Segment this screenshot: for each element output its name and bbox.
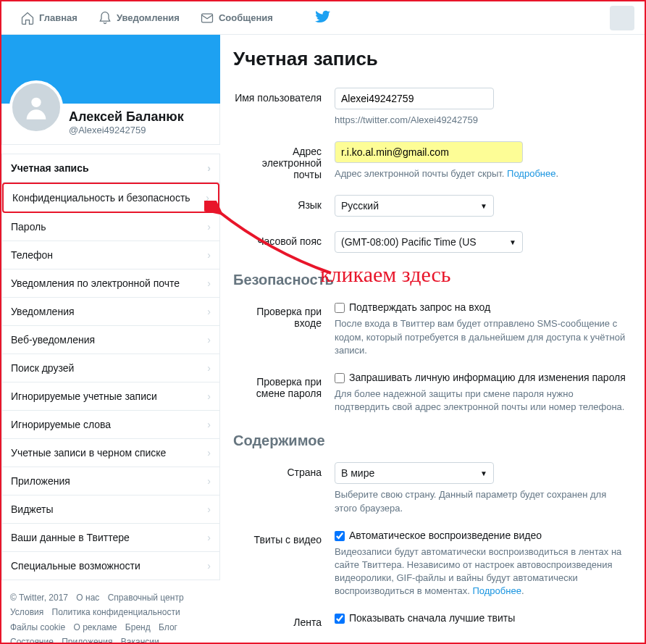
chevron-right-icon: ›: [207, 221, 211, 233]
video-autoplay-text: Автоматическое воспроизведение видео: [349, 530, 542, 541]
sidebar-item-muted-accounts[interactable]: Игнорируемые учетные записи›: [2, 382, 219, 411]
video-autoplay-checkbox[interactable]: [335, 531, 345, 541]
caret-down-icon: ▼: [480, 202, 487, 210]
home-icon: [20, 11, 35, 25]
email-help: Адрес электронной почты будет скрыт. Под…: [335, 167, 645, 180]
nav-notifications[interactable]: Уведомления: [88, 1, 190, 34]
footer-link[interactable]: Бренд: [125, 622, 151, 632]
footer-link[interactable]: Блог: [159, 622, 177, 632]
chevron-right-icon: ›: [207, 447, 211, 459]
sidebar-item-privacy[interactable]: Конфиденциальность и безопасность›: [2, 183, 219, 213]
twitter-logo[interactable]: [315, 9, 331, 27]
country-label: Страна: [233, 462, 335, 514]
sidebar-item-password[interactable]: Пароль›: [2, 213, 219, 241]
nav-home-label: Главная: [39, 12, 77, 23]
chevron-right-icon: ›: [206, 192, 209, 204]
feed-label: Лента: [233, 612, 335, 628]
language-label: Язык: [233, 195, 335, 217]
timezone-label: Часовой пояс: [233, 231, 335, 253]
sidebar-item-label: Виджеты: [11, 503, 54, 515]
sidebar-item-find-friends[interactable]: Поиск друзей›: [2, 354, 219, 382]
pw-verify-text: Запрашивать личную информацию для измене…: [349, 372, 626, 383]
sidebar-item-phone[interactable]: Телефон›: [2, 241, 219, 269]
chevron-right-icon: ›: [207, 162, 211, 174]
profile-handle[interactable]: @Alexei49242759: [69, 125, 184, 135]
top-nav: Главная Уведомления Сообщения: [1, 1, 645, 35]
email-more-link[interactable]: Подробнее: [507, 168, 555, 179]
chevron-right-icon: ›: [207, 334, 211, 346]
profile-name[interactable]: Алексей Баланюк: [69, 109, 184, 125]
pw-verify-checkbox[interactable]: [335, 373, 345, 383]
username-url: https://twitter.com/Alexei49242759: [335, 114, 645, 127]
chevron-right-icon: ›: [207, 419, 211, 430]
sidebar-item-label: Пароль: [11, 221, 46, 233]
video-help: Видеозаписи будут автоматически воспроиз…: [335, 545, 645, 598]
profile-avatar[interactable]: [9, 80, 63, 134]
chevron-right-icon: ›: [207, 532, 211, 543]
username-label: Имя пользователя: [233, 88, 335, 127]
footer-link[interactable]: Файлы cookie: [10, 622, 65, 632]
sidebar-item-label: Уведомления: [11, 306, 75, 317]
footer-link[interactable]: Приложения: [62, 637, 112, 644]
sidebar-item-accessibility[interactable]: Специальные возможности›: [2, 552, 219, 580]
sidebar-item-label: Поиск друзей: [11, 362, 74, 374]
sidebar-item-label: Учетные записи в черном списке: [11, 447, 166, 459]
sidebar-item-apps[interactable]: Приложения›: [2, 467, 219, 495]
settings-sidebar: Учетная запись› Конфиденциальность и без…: [1, 154, 220, 580]
bell-icon: [98, 11, 112, 25]
footer-links: © Twitter, 2017 О нас Справочный центр У…: [1, 580, 220, 644]
footer-link[interactable]: Справочный центр: [108, 593, 184, 603]
person-icon: [22, 93, 51, 122]
footer-link[interactable]: Условия: [10, 607, 43, 617]
chevron-right-icon: ›: [207, 560, 211, 572]
footer-link[interactable]: О рекламе: [74, 622, 117, 632]
sidebar-item-your-data[interactable]: Ваши данные в Твиттере›: [2, 524, 219, 552]
sidebar-item-account[interactable]: Учетная запись›: [2, 154, 219, 183]
content-heading: Содержимое: [233, 432, 645, 449]
page-title: Учетная запись: [233, 48, 645, 70]
chevron-right-icon: ›: [207, 249, 211, 261]
video-more-link[interactable]: Подробнее: [472, 585, 521, 596]
footer-copyright: © Twitter, 2017: [10, 593, 68, 603]
timezone-select[interactable]: (GMT-08:00) Pacific Time (US▼: [335, 231, 523, 253]
sidebar-item-label: Игнорируемые учетные записи: [11, 390, 157, 402]
chevron-right-icon: ›: [207, 503, 211, 515]
user-avatar-mini[interactable]: [610, 6, 634, 30]
login-verify-checkbox[interactable]: [335, 303, 345, 313]
nav-messages-label: Сообщения: [219, 12, 273, 23]
nav-home[interactable]: Главная: [10, 1, 88, 34]
sidebar-item-label: Игнорируемые слова: [11, 419, 111, 430]
country-select[interactable]: В мире▼: [335, 462, 494, 484]
sidebar-item-label: Веб-уведомления: [11, 334, 95, 346]
chevron-right-icon: ›: [207, 277, 211, 289]
sidebar-item-label: Телефон: [11, 249, 53, 261]
sidebar-item-web-notif[interactable]: Веб-уведомления›: [2, 326, 219, 354]
nav-notifications-label: Уведомления: [117, 12, 180, 23]
envelope-icon: [200, 11, 214, 25]
login-verify-label: Проверка при входе: [233, 301, 335, 357]
footer-link[interactable]: Вакансии: [121, 637, 159, 644]
country-help: Выберите свою страну. Данный параметр бу…: [335, 488, 645, 514]
footer-link[interactable]: Состояние: [10, 637, 54, 644]
sidebar-item-widgets[interactable]: Виджеты›: [2, 495, 219, 524]
email-input[interactable]: [335, 141, 523, 163]
language-select[interactable]: Русский▼: [335, 195, 494, 217]
username-input[interactable]: [335, 88, 494, 109]
bird-icon: [315, 9, 331, 25]
chevron-right-icon: ›: [207, 306, 211, 317]
sidebar-item-muted-words[interactable]: Игнорируемые слова›: [2, 411, 219, 439]
sidebar-item-email-notif[interactable]: Уведомления по электронной почте›: [2, 269, 219, 298]
email-label: Адрес электронной почты: [233, 141, 335, 180]
chevron-right-icon: ›: [207, 390, 211, 402]
footer-link[interactable]: Политика конфиденциальности: [52, 607, 180, 617]
sidebar-item-blocked[interactable]: Учетные записи в черном списке›: [2, 439, 219, 467]
feed-best-text: Показывать сначала лучшие твиты: [349, 612, 515, 624]
feed-best-checkbox[interactable]: [335, 614, 345, 624]
footer-link[interactable]: О нас: [76, 593, 99, 603]
pw-verify-label: Проверка при смене пароля: [233, 372, 335, 414]
sidebar-item-label: Приложения: [11, 475, 70, 487]
sidebar-item-notif[interactable]: Уведомления›: [2, 298, 219, 326]
chevron-right-icon: ›: [207, 475, 211, 487]
nav-messages[interactable]: Сообщения: [190, 1, 283, 34]
caret-down-icon: ▼: [480, 469, 487, 477]
